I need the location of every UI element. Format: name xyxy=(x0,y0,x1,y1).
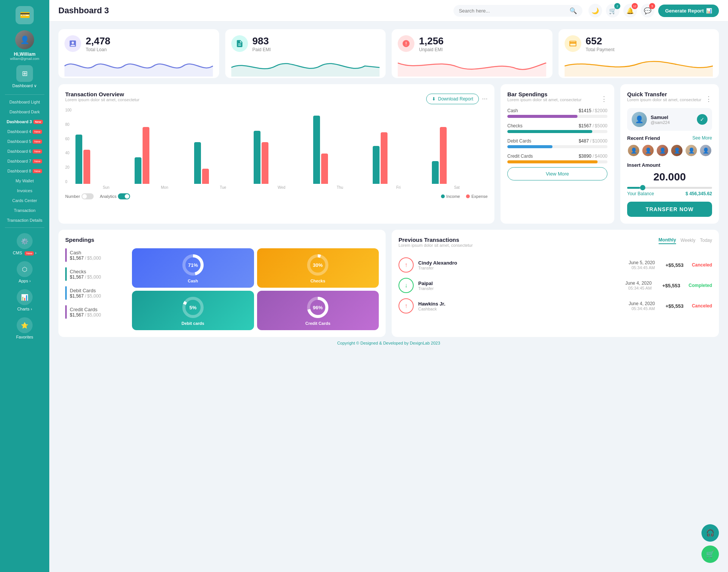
sidebar-item-cardscenter[interactable]: Cards Center xyxy=(0,196,49,205)
cash-indicator xyxy=(65,248,67,262)
sidebar-logo[interactable]: 💳 xyxy=(16,6,34,24)
sidebar-item-dashboard4[interactable]: Dashboard 4 New xyxy=(0,127,49,136)
transfer-now-button[interactable]: TRANSFER NOW xyxy=(627,202,712,217)
friend-avatar-6[interactable]: 👤 xyxy=(699,144,712,157)
tab-weekly[interactable]: Weekly xyxy=(681,237,695,244)
debit-indicator xyxy=(65,286,67,300)
sidebar-item-dashboard3[interactable]: Dashboard 3 New xyxy=(0,117,49,126)
bar-spendings-list: Cash $1415 / $2000 Checks $1567 / $5000 xyxy=(507,108,607,163)
sidebar-item-dashboard-dark[interactable]: Dashboard Dark xyxy=(0,107,49,116)
sidebar-item-invoices[interactable]: Invoices xyxy=(0,186,49,195)
spending-row-checks: Checks $1,567 / $5,000 xyxy=(65,267,126,281)
charts-label: Charts xyxy=(17,307,29,311)
friend-avatar-1[interactable]: 👤 xyxy=(627,144,640,157)
view-more-button[interactable]: View More xyxy=(507,167,607,180)
sidebar-section-favorites[interactable]: ⭐ Favorites xyxy=(0,314,49,342)
cart-button[interactable]: 🛒 2 xyxy=(606,4,620,17)
spending-row-credit: Credit Cards $1,567 / $5,000 xyxy=(65,305,126,319)
donut-cash-label: Cash xyxy=(188,279,198,283)
tx-icon-hawkins: ↑ xyxy=(399,298,414,313)
dashboard-icon-grid[interactable]: ⊞ xyxy=(16,65,33,82)
stat-icon-payment xyxy=(565,35,581,52)
bar-group-3 xyxy=(254,131,309,184)
sidebar-section-apps[interactable]: ⬡ Apps › xyxy=(0,258,49,286)
stat-cards-row: 2,478 Total Loan 983 Paid EM xyxy=(58,29,719,78)
search-icon: 🔍 xyxy=(570,7,577,14)
x-label-thu: Thu xyxy=(311,185,369,190)
moon-button[interactable]: 🌙 xyxy=(588,4,602,17)
sidebar-badge-dashboard8: New xyxy=(33,169,42,173)
download-report-button[interactable]: ⬇ Download Report xyxy=(426,94,479,104)
sidebar-item-dashboard5[interactable]: Dashboard 5 New xyxy=(0,137,49,146)
quick-transfer-card: Quick Transfer Lorem ipsum dolor sit ame… xyxy=(620,84,719,224)
bar-chart: Sun Mon Tue Wed Thu Fri Sat xyxy=(75,108,488,190)
chat-button[interactable]: 💬 5 xyxy=(641,4,654,17)
donut-cash: 71% Cash xyxy=(132,248,254,288)
sidebar-item-mywallet[interactable]: My Wallet xyxy=(0,176,49,185)
tab-today[interactable]: Today xyxy=(700,237,712,244)
bar-group-5 xyxy=(373,132,428,184)
donut-debit: 5% Debit cards xyxy=(132,291,254,330)
bottom-row: Spendings Cash $1,567 / $5,000 xyxy=(58,230,719,337)
bar-spendings-more-button[interactable]: ⋮ xyxy=(601,95,607,103)
legend-income: Income xyxy=(441,194,460,199)
sidebar-badge-dashboard3: New xyxy=(33,120,42,124)
sidebar-section-cms[interactable]: ⚙️ CMS New › xyxy=(0,230,49,258)
shopping-cart-icon: 🛒 xyxy=(706,550,714,558)
bell-button[interactable]: 🔔 12 xyxy=(623,4,637,17)
insert-amount-label: Insert Amount xyxy=(627,162,712,168)
bar-group-6 xyxy=(432,127,488,184)
fab-support[interactable]: 🎧 xyxy=(701,524,719,542)
moon-icon: 🌙 xyxy=(592,7,599,14)
bar-red-2 xyxy=(202,169,209,184)
number-toggle[interactable] xyxy=(82,193,94,199)
transaction-overview-more-button[interactable]: ··· xyxy=(482,95,488,103)
x-label-sun: Sun xyxy=(77,185,135,190)
debit-bar-bg xyxy=(507,145,607,148)
chart-legend: Number Analytics Income Expense xyxy=(65,193,488,199)
quick-transfer-header: Quick Transfer Lorem ipsum dolor sit ame… xyxy=(627,91,712,107)
checks-bar-fill xyxy=(507,130,592,133)
stat-icon-paid-emi xyxy=(231,35,248,52)
stat-label-total-payment: Total Payment xyxy=(586,47,615,52)
bar-group-2 xyxy=(194,142,250,184)
tab-monthly[interactable]: Monthly xyxy=(659,237,676,244)
spending-item-cash: Cash $1415 / $2000 xyxy=(507,108,607,118)
stat-card-total-payment: 652 Total Payment xyxy=(559,29,719,78)
slider-thumb[interactable] xyxy=(640,185,645,190)
sidebar-item-dashboard8[interactable]: Dashboard 8 New xyxy=(0,166,49,176)
see-more-link[interactable]: See More xyxy=(692,135,712,141)
fab-cart[interactable]: 🛒 xyxy=(701,545,719,563)
checks-bar-bg xyxy=(507,130,607,133)
sidebar-item-transactiondetails[interactable]: Transaction Details xyxy=(0,216,49,225)
prev-tx-header: Previous Transactions Lorem ipsum dolor … xyxy=(399,237,712,252)
generate-report-label: Generate Report xyxy=(665,8,704,14)
friend-avatar-3[interactable]: 👤 xyxy=(656,144,669,157)
svg-text:71%: 71% xyxy=(188,262,198,268)
friend-avatar-2[interactable]: 👤 xyxy=(642,144,654,157)
sidebar-item-dashboard7[interactable]: Dashboard 7 New xyxy=(0,157,49,166)
dashboard-label[interactable]: Dashboard ∨ xyxy=(13,83,37,88)
legend-expense: Expense xyxy=(466,194,488,199)
bar-teal-2 xyxy=(194,142,201,184)
main-content: Dashboard 3 🔍 🌙 🛒 2 🔔 12 💬 5 Generate Re xyxy=(49,0,728,572)
svg-text:96%: 96% xyxy=(313,305,323,310)
cms-label: CMS xyxy=(13,251,22,255)
sidebar-item-dashboard-light[interactable]: Dashboard Light xyxy=(0,97,49,107)
sidebar-item-dashboard6[interactable]: Dashboard 6 New xyxy=(0,147,49,156)
generate-report-button[interactable]: Generate Report 📊 xyxy=(658,5,719,17)
bell-badge: 12 xyxy=(632,3,638,9)
search-input[interactable] xyxy=(459,8,566,14)
quick-transfer-more-button[interactable]: ⋮ xyxy=(705,95,712,103)
sidebar-badge-dashboard6: New xyxy=(33,149,42,154)
friend-avatar-4[interactable]: 👤 xyxy=(670,144,683,157)
friend-avatar-5[interactable]: 👤 xyxy=(685,144,698,157)
sidebar-item-transaction[interactable]: Transaction xyxy=(0,206,49,215)
tx-status-cindy: Canceled xyxy=(692,262,712,268)
avatar: 👤 xyxy=(15,30,34,49)
sidebar-section-charts[interactable]: 📊 Charts › xyxy=(0,286,49,314)
legend-number: Number xyxy=(65,193,94,199)
spendings-title: Spendings xyxy=(65,237,379,243)
analytics-toggle[interactable] xyxy=(118,193,130,199)
qt-user-handle: @sam224 xyxy=(651,120,670,125)
